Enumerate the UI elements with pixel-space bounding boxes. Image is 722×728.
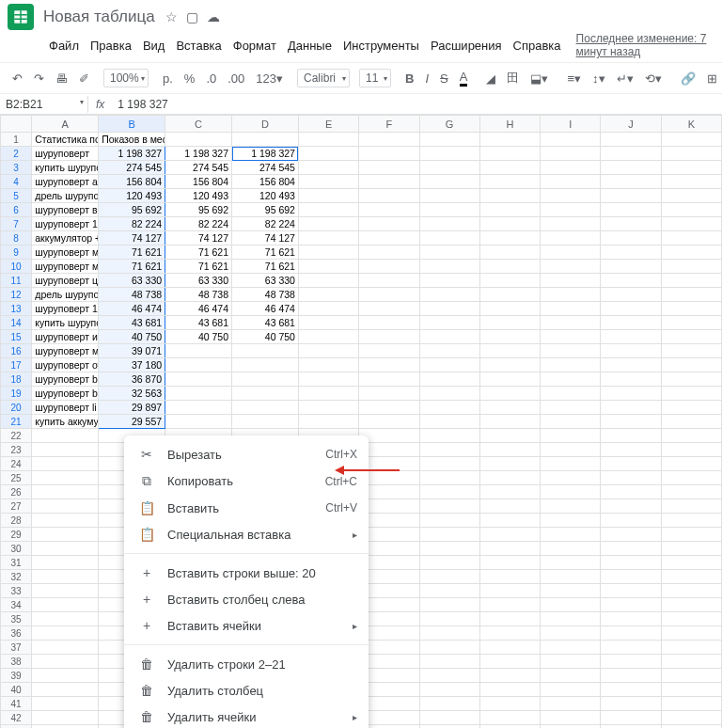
cell[interactable] <box>601 302 661 316</box>
cell[interactable] <box>479 711 540 725</box>
row-header[interactable]: 38 <box>1 655 32 669</box>
wrap-button[interactable]: ↵▾ <box>612 69 638 88</box>
cell[interactable] <box>541 584 601 598</box>
row-header[interactable]: 16 <box>1 344 32 358</box>
cell[interactable] <box>479 147 540 161</box>
cell[interactable] <box>419 302 479 316</box>
cell[interactable] <box>661 584 721 598</box>
cell[interactable] <box>419 260 479 274</box>
cell[interactable] <box>32 626 99 641</box>
ctx-delete-rows[interactable]: 🗑 Удалить строки 2–21 <box>124 651 369 677</box>
cell[interactable]: 274 545 <box>165 161 232 175</box>
row-header[interactable]: 25 <box>1 471 32 485</box>
cell[interactable] <box>661 655 721 669</box>
cell[interactable] <box>661 217 721 231</box>
cell[interactable] <box>541 443 601 457</box>
cell[interactable] <box>419 217 479 231</box>
cell[interactable] <box>661 260 721 274</box>
cell[interactable] <box>419 161 479 175</box>
cell[interactable] <box>419 598 479 612</box>
cell[interactable] <box>661 697 721 711</box>
cell[interactable] <box>479 415 540 429</box>
cell[interactable] <box>419 443 479 457</box>
row-header[interactable]: 9 <box>1 245 32 260</box>
cell[interactable] <box>359 288 419 302</box>
cell[interactable] <box>298 217 358 231</box>
cell[interactable] <box>419 641 479 655</box>
cell[interactable] <box>419 288 479 302</box>
cell[interactable] <box>601 683 661 697</box>
menu-help[interactable]: Справка <box>508 36 567 55</box>
row-header[interactable]: 28 <box>1 514 32 528</box>
cell[interactable] <box>359 260 419 274</box>
cell[interactable] <box>541 415 601 429</box>
cell[interactable] <box>479 288 540 302</box>
cell[interactable] <box>601 598 661 612</box>
v-align-button[interactable]: ↕▾ <box>588 69 610 88</box>
move-icon[interactable]: ▢ <box>186 9 198 24</box>
cell[interactable] <box>419 528 479 542</box>
cell[interactable] <box>541 514 601 528</box>
cell[interactable] <box>32 485 99 499</box>
cell[interactable] <box>479 260 540 274</box>
col-header-h[interactable]: H <box>479 116 540 133</box>
cell[interactable] <box>419 401 479 415</box>
cell[interactable] <box>479 175 540 189</box>
ctx-paste-special[interactable]: 📋 Специальная вставка <box>124 521 369 547</box>
paint-format-button[interactable]: ✐ <box>74 69 94 88</box>
cell[interactable] <box>298 175 358 189</box>
ctx-cut[interactable]: ✂ Вырезать Ctrl+X <box>124 441 369 467</box>
cell[interactable] <box>479 556 540 570</box>
cell[interactable] <box>601 133 661 147</box>
grid[interactable]: A B C D E F G H I J K 1Статистика по слП… <box>0 115 722 728</box>
cell[interactable] <box>661 598 721 612</box>
cell[interactable]: аккумулятор +д <box>32 231 99 245</box>
cell[interactable]: 63 330 <box>232 274 299 288</box>
cell[interactable] <box>359 217 419 231</box>
row-header[interactable]: 2 <box>1 147 32 161</box>
cell[interactable] <box>541 161 601 175</box>
row-header[interactable]: 13 <box>1 302 32 316</box>
cell[interactable] <box>479 471 540 485</box>
row-header[interactable]: 18 <box>1 372 32 387</box>
cell[interactable]: 82 224 <box>232 217 299 231</box>
cell[interactable] <box>601 401 661 415</box>
menu-insert[interactable]: Вставка <box>170 36 227 55</box>
cell[interactable] <box>661 231 721 245</box>
cell[interactable]: шуруповерт отз <box>32 358 99 372</box>
cell[interactable] <box>479 641 540 655</box>
cell[interactable] <box>359 133 419 147</box>
col-header-e[interactable]: E <box>298 116 358 133</box>
borders-button[interactable]: 田 <box>502 67 524 89</box>
cell[interactable] <box>359 316 419 330</box>
cloud-icon[interactable]: ☁ <box>207 9 220 24</box>
cell[interactable] <box>419 274 479 288</box>
cell[interactable] <box>298 189 358 203</box>
cell[interactable]: 46 474 <box>165 302 232 316</box>
cell[interactable]: 36 870 <box>99 372 165 387</box>
cell[interactable] <box>479 697 540 711</box>
cell[interactable] <box>32 556 99 570</box>
cell[interactable]: 37 180 <box>99 358 165 372</box>
cell[interactable] <box>601 626 661 641</box>
cell[interactable] <box>541 655 601 669</box>
increase-decimal-button[interactable]: .00 <box>223 69 249 88</box>
cell[interactable] <box>359 147 419 161</box>
cell[interactable] <box>359 231 419 245</box>
row-header[interactable]: 29 <box>1 528 32 542</box>
cell[interactable]: шуруповерт инт <box>32 330 99 344</box>
cell[interactable] <box>541 457 601 471</box>
cell[interactable]: 48 738 <box>99 288 165 302</box>
row-header[interactable]: 43 <box>1 725 32 729</box>
cell[interactable] <box>232 344 299 358</box>
cell[interactable] <box>32 457 99 471</box>
cell[interactable] <box>419 471 479 485</box>
cell[interactable] <box>661 612 721 626</box>
cell[interactable]: шуруповерт bos <box>32 387 99 401</box>
row-header[interactable]: 14 <box>1 316 32 330</box>
row-header[interactable]: 1 <box>1 133 32 147</box>
cell[interactable] <box>541 485 601 499</box>
cell[interactable]: 71 621 <box>165 245 232 260</box>
col-header-d[interactable]: D <box>232 116 299 133</box>
cell[interactable]: шуруповерт bos <box>32 372 99 387</box>
